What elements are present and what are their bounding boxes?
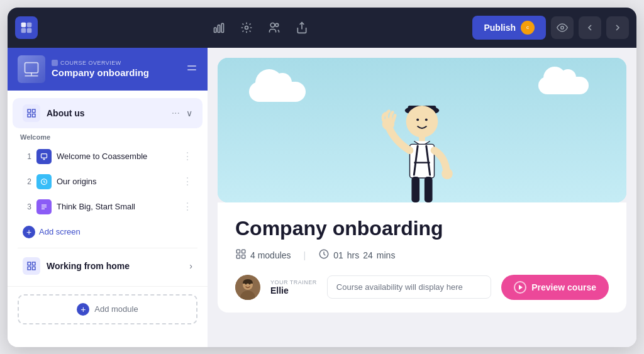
content-area: Company onboarding 4 modules | <box>208 48 636 347</box>
svg-marker-50 <box>519 285 523 290</box>
sidebar-body: About us ··· ∨ Welcome 1 <box>8 91 208 347</box>
svg-rect-26 <box>28 267 31 270</box>
chevron-right-icon[interactable]: › <box>189 261 192 271</box>
screen-num-1: 1 <box>23 152 31 161</box>
course-footer: YOUR TRAINER Ellie Course availability w… <box>235 275 609 300</box>
module-about-us-title: About us <box>47 108 169 118</box>
svg-rect-24 <box>28 262 31 265</box>
divider <box>18 248 197 248</box>
users-icon[interactable] <box>263 16 286 39</box>
module-actions: ··· ∨ <box>169 106 192 120</box>
sidebar-header: COURSE OVERVIEW Company onboarding <box>8 48 208 91</box>
svg-point-7 <box>245 26 248 29</box>
svg-point-30 <box>406 105 438 137</box>
screen-item-3[interactable]: 3 Think Big, Start Small ⋮ <box>18 195 197 219</box>
svg-rect-19 <box>32 109 35 113</box>
screen-item-1[interactable]: 1 Welcome to Coassemble ⋮ <box>18 145 197 169</box>
coin-badge: C <box>521 21 535 35</box>
svg-rect-21 <box>32 114 35 117</box>
forward-button[interactable] <box>606 16 629 39</box>
time-meta: 01 hrs 24 mins <box>318 248 395 262</box>
svg-rect-39 <box>425 177 433 202</box>
svg-rect-20 <box>28 114 31 117</box>
settings-icon[interactable] <box>235 16 258 39</box>
svg-rect-40 <box>236 250 240 253</box>
play-icon <box>514 281 526 294</box>
svg-point-13 <box>561 26 564 29</box>
hours-value: 01 <box>333 250 343 260</box>
meta-divider-1: | <box>304 250 306 260</box>
clock-icon <box>318 248 330 262</box>
module-about-us: About us ··· ∨ Welcome 1 <box>8 98 208 243</box>
trainer-name: Ellie <box>270 285 317 296</box>
mins-label: mins <box>377 250 396 260</box>
add-screen-label: Add screen <box>39 227 80 236</box>
svg-rect-25 <box>32 262 35 265</box>
add-module-button[interactable]: + Add module <box>18 294 197 324</box>
add-module-label: Add module <box>94 304 138 314</box>
module-wfh-title: Working from home <box>47 261 189 271</box>
modules-meta: 4 modules <box>235 248 291 262</box>
screen-group-welcome: Welcome <box>20 133 197 141</box>
screen-more-3[interactable]: ⋮ <box>182 201 192 213</box>
sidebar: COURSE OVERVIEW Company onboarding <box>8 48 208 347</box>
svg-point-32 <box>425 118 428 121</box>
back-button[interactable] <box>579 16 601 39</box>
screen-icon-1 <box>36 149 52 164</box>
eye-icon-button[interactable] <box>551 16 574 39</box>
svg-rect-6 <box>221 23 223 32</box>
course-meta: 4 modules | 01 hrs 24 mins <box>235 248 609 262</box>
svg-rect-3 <box>27 28 32 33</box>
module-about-us-header[interactable]: About us ··· ∨ <box>13 98 203 128</box>
publish-button[interactable]: Publish C <box>472 16 546 40</box>
svg-rect-41 <box>242 250 245 253</box>
screen-num-3: 3 <box>23 202 31 211</box>
svg-rect-38 <box>411 177 419 202</box>
preview-course-button[interactable]: Preview course <box>501 275 609 300</box>
svg-rect-5 <box>218 25 219 32</box>
svg-rect-0 <box>21 22 26 27</box>
svg-point-9 <box>275 23 278 26</box>
screen-icon-2 <box>36 174 52 189</box>
analytics-icon[interactable] <box>208 16 230 39</box>
sidebar-header-info: COURSE OVERVIEW Company onboarding <box>52 60 180 78</box>
modules-icon <box>235 248 247 262</box>
module-wfh-header[interactable]: Working from home › <box>13 251 203 281</box>
screen-label-2: Our origins <box>57 177 177 186</box>
top-bar-nav-icons <box>48 16 472 39</box>
screen-item-2[interactable]: 2 Our origins ⋮ <box>18 170 197 194</box>
preview-label: Preview course <box>531 282 596 292</box>
module-dots-menu[interactable]: ··· <box>169 106 182 120</box>
availability-badge: Course availability will display here <box>327 275 491 299</box>
svg-rect-14 <box>25 62 38 72</box>
trainer-info: YOUR TRAINER Ellie <box>270 279 317 296</box>
add-module-icon: + <box>77 303 89 316</box>
add-circle-icon: + <box>23 226 35 238</box>
sidebar-menu-icon[interactable] <box>186 62 197 76</box>
app-window: Publish C <box>8 8 636 347</box>
module-icon <box>23 104 40 122</box>
add-screen-button[interactable]: + Add screen <box>18 221 197 243</box>
module-wfh-icon <box>23 257 40 275</box>
svg-rect-2 <box>21 28 26 33</box>
svg-rect-27 <box>32 267 35 270</box>
trainer-avatar <box>235 275 260 300</box>
chevron-down-icon[interactable]: ∨ <box>186 108 192 118</box>
thumbnail-placeholder <box>18 55 45 83</box>
share-icon[interactable] <box>291 16 313 39</box>
svg-rect-4 <box>214 28 216 33</box>
module-working-from-home: Working from home › <box>8 251 208 281</box>
svg-rect-42 <box>236 255 240 258</box>
svg-rect-15 <box>52 60 58 66</box>
screen-more-1[interactable]: ⋮ <box>182 150 192 162</box>
publish-label: Publish <box>484 23 516 33</box>
course-title: Company onboarding <box>235 218 609 240</box>
hero-card <box>218 58 626 202</box>
screen-more-2[interactable]: ⋮ <box>182 175 192 187</box>
info-card: Company onboarding 4 modules | <box>218 202 626 313</box>
cloud-left <box>249 82 306 102</box>
add-module-area: + Add module <box>8 286 208 332</box>
top-bar: Publish C <box>8 8 636 48</box>
course-overview-label: COURSE OVERVIEW <box>52 60 180 66</box>
app-logo[interactable] <box>15 16 38 39</box>
